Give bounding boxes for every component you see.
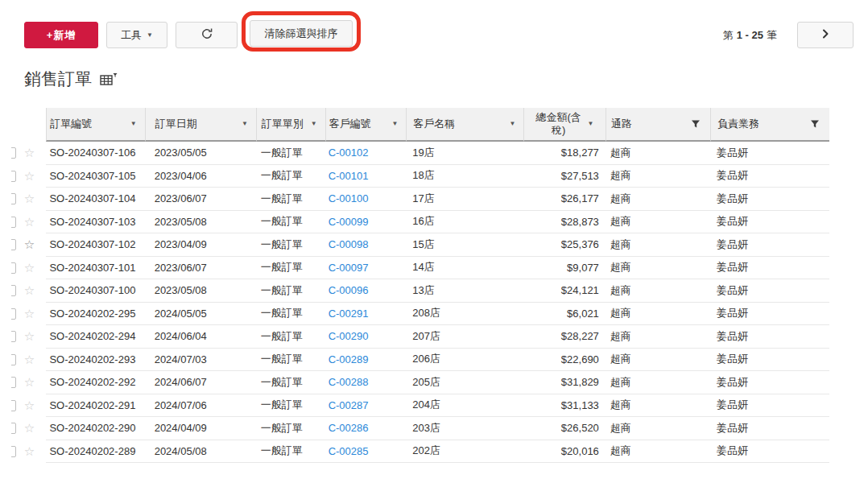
cell-order-date: 2024/07/03	[145, 349, 256, 372]
table-row[interactable]: ☆ SO-20240307-105 2023/04/06 一般訂單 C-0010…	[11, 165, 829, 188]
row-checkbox[interactable]	[11, 257, 23, 280]
cell-customer-no: C-00100	[325, 188, 407, 211]
row-favorite[interactable]: ☆	[23, 394, 47, 418]
cell-amount: $25,376	[523, 233, 606, 257]
chevron-down-icon: ▼	[509, 121, 515, 127]
row-checkbox[interactable]	[11, 349, 23, 372]
row-checkbox[interactable]	[11, 417, 23, 440]
table-row[interactable]: ☆ SO-20240307-103 2023/05/08 一般訂單 C-0009…	[11, 211, 829, 234]
chevron-down-icon: ▼	[588, 121, 594, 127]
next-page-button[interactable]	[797, 22, 854, 48]
customer-no-link[interactable]: C-00288	[329, 376, 369, 388]
refresh-button[interactable]	[176, 22, 238, 48]
header-sales[interactable]: 負責業務	[710, 108, 829, 142]
clear-filter-sort-button[interactable]: 清除篩選與排序	[250, 20, 353, 47]
row-checkbox[interactable]	[11, 303, 23, 326]
row-checkbox[interactable]	[11, 211, 23, 234]
star-icon: ☆	[24, 261, 35, 275]
table-row[interactable]: ☆ SO-20240202-289 2024/05/08 一般訂單 C-0028…	[11, 440, 829, 464]
cell-amount: $27,513	[523, 165, 606, 188]
cell-customer-no: C-00288	[325, 371, 407, 394]
table-row[interactable]: ☆ SO-20240202-293 2024/07/03 一般訂單 C-0028…	[11, 349, 829, 372]
row-checkbox[interactable]	[11, 394, 23, 418]
row-favorite[interactable]: ☆	[23, 142, 47, 165]
table-row[interactable]: ☆ SO-20240307-102 2023/04/09 一般訂單 C-0009…	[11, 233, 829, 257]
cell-sales: 姜品妍	[710, 417, 829, 440]
filter-funnel-icon[interactable]	[691, 119, 701, 129]
row-favorite[interactable]: ☆	[23, 165, 47, 188]
table-row[interactable]: ☆ SO-20240202-295 2024/05/05 一般訂單 C-0029…	[11, 303, 829, 326]
table-row[interactable]: ☆ SO-20240202-290 2024/04/09 一般訂單 C-0028…	[11, 417, 829, 440]
customer-no-link[interactable]: C-00285	[329, 445, 369, 457]
cell-order-type: 一般訂單	[256, 303, 325, 326]
row-favorite[interactable]: ☆	[23, 371, 47, 394]
row-favorite[interactable]: ☆	[23, 349, 47, 372]
row-favorite[interactable]: ☆	[23, 303, 47, 326]
table-row[interactable]: ☆ SO-20240202-291 2024/07/06 一般訂單 C-0028…	[11, 394, 829, 418]
cell-customer-no: C-00290	[325, 325, 407, 349]
row-favorite[interactable]: ☆	[23, 325, 47, 349]
row-favorite[interactable]: ☆	[23, 440, 47, 464]
table-row[interactable]: ☆ SO-20240307-100 2023/05/08 一般訂單 C-0009…	[11, 279, 829, 303]
checkbox-icon	[11, 400, 16, 411]
table-row[interactable]: ☆ SO-20240307-104 2023/06/07 一般訂單 C-0010…	[11, 188, 829, 211]
cell-order-date: 2023/05/08	[145, 279, 256, 303]
tools-dropdown-button[interactable]: 工具 ▼	[106, 22, 167, 48]
row-favorite[interactable]: ☆	[23, 188, 47, 211]
view-grid-filter-icon[interactable]	[100, 72, 118, 86]
row-checkbox[interactable]	[11, 165, 23, 188]
customer-no-link[interactable]: C-00098	[329, 238, 369, 250]
customer-no-link[interactable]: C-00100	[329, 192, 369, 204]
customer-no-link[interactable]: C-00290	[329, 330, 369, 342]
cell-sales: 姜品妍	[710, 325, 829, 349]
cell-sales: 姜品妍	[710, 303, 829, 326]
customer-no-link[interactable]: C-00287	[329, 399, 369, 411]
checkbox-icon	[11, 308, 16, 320]
header-amount-label: 總金額(含稅)	[533, 111, 585, 138]
cell-order-date: 2023/06/07	[145, 257, 256, 280]
customer-no-link[interactable]: C-00097	[329, 262, 369, 274]
row-checkbox[interactable]	[11, 371, 23, 394]
table-row[interactable]: ☆ SO-20240202-292 2024/06/07 一般訂單 C-0028…	[11, 371, 829, 394]
customer-no-link[interactable]: C-00289	[329, 353, 369, 365]
chevron-down-icon: ▼	[130, 121, 137, 127]
row-checkbox[interactable]	[11, 440, 23, 464]
cell-amount: $26,520	[523, 417, 606, 440]
table-row[interactable]: ☆ SO-20240202-294 2024/06/04 一般訂單 C-0029…	[11, 325, 829, 349]
header-customer-no[interactable]: 客戶編號 ▼	[325, 108, 407, 142]
table-row[interactable]: ☆ SO-20240307-101 2023/06/07 一般訂單 C-0009…	[11, 257, 829, 280]
filter-funnel-icon[interactable]	[810, 119, 820, 129]
customer-no-link[interactable]: C-00291	[329, 308, 369, 320]
header-order-date[interactable]: 訂單日期 ▼	[145, 108, 256, 142]
customer-no-link[interactable]: C-00101	[329, 170, 369, 182]
cell-order-date: 2024/06/04	[145, 325, 256, 349]
customer-no-link[interactable]: C-00099	[329, 216, 369, 228]
row-favorite[interactable]: ☆	[23, 417, 47, 440]
row-checkbox[interactable]	[11, 325, 23, 349]
page-title: 銷售訂單	[24, 68, 92, 90]
cell-order-date: 2023/05/08	[145, 211, 256, 234]
table-row[interactable]: ☆ SO-20240307-106 2023/05/05 一般訂單 C-0010…	[11, 142, 829, 165]
header-order-no[interactable]: 訂單編號 ▼	[46, 108, 144, 142]
star-icon: ☆	[24, 215, 35, 229]
row-favorite[interactable]: ☆	[23, 257, 47, 280]
customer-no-link[interactable]: C-00102	[329, 147, 369, 159]
row-checkbox[interactable]	[11, 188, 23, 211]
header-channel[interactable]: 通路	[606, 108, 710, 142]
header-order-type[interactable]: 訂單單別 ▼	[256, 108, 325, 142]
header-amount[interactable]: 總金額(含稅) ▼	[523, 108, 605, 142]
row-favorite[interactable]: ☆	[23, 233, 47, 257]
row-favorite[interactable]: ☆	[23, 211, 47, 234]
header-customer-name[interactable]: 客戶名稱 ▼	[406, 108, 523, 142]
cell-amount: $22,690	[523, 349, 606, 372]
row-checkbox[interactable]	[11, 279, 23, 303]
cell-order-date: 2023/05/05	[145, 142, 256, 165]
row-favorite[interactable]: ☆	[23, 279, 47, 303]
add-button[interactable]: +新增	[24, 22, 98, 48]
customer-no-link[interactable]: C-00286	[329, 422, 369, 434]
customer-no-link[interactable]: C-00096	[329, 284, 369, 296]
cell-order-type: 一般訂單	[256, 233, 325, 257]
cell-channel: 超商	[606, 394, 710, 418]
row-checkbox[interactable]	[11, 233, 23, 257]
row-checkbox[interactable]	[11, 142, 23, 165]
